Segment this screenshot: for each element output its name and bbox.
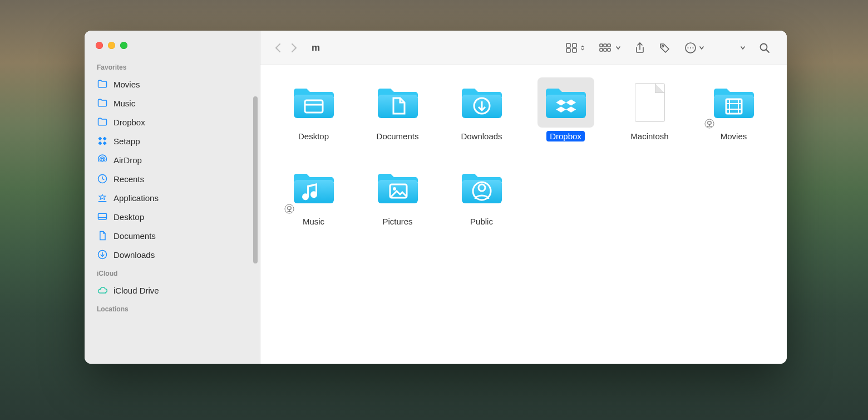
file-item-dropbox[interactable]: Dropbox xyxy=(524,79,608,141)
sidebar-item-label: AirDrop xyxy=(114,155,142,165)
file-item-label: Documents xyxy=(373,131,422,141)
file-item-downloads[interactable]: Downloads xyxy=(440,79,524,141)
svg-rect-16 xyxy=(600,48,603,51)
sidebar-section-title: Favorites xyxy=(85,58,260,75)
sidebar-item-dropbox[interactable]: Dropbox xyxy=(85,113,260,131)
svg-rect-13 xyxy=(600,44,603,47)
document-icon xyxy=(97,230,108,241)
sidebar-item-label: Music xyxy=(114,99,135,108)
view-mode-button[interactable] xyxy=(559,40,592,56)
svg-rect-15 xyxy=(608,44,610,47)
sidebar-item-label: Setapp xyxy=(114,136,140,146)
file-item-music[interactable]: Music xyxy=(272,164,356,227)
sidebar-item-label: iCloud Drive xyxy=(114,286,159,295)
folder-icon xyxy=(287,79,341,126)
svg-rect-2 xyxy=(98,141,102,145)
sidebar-item-downloads[interactable]: Downloads xyxy=(85,245,260,264)
folder-icon xyxy=(371,79,425,126)
sidebar-item-music[interactable]: Music xyxy=(85,94,260,113)
sidebar-item-label: Movies xyxy=(114,80,140,89)
file-item-pictures[interactable]: Pictures xyxy=(356,164,440,227)
desktop-icon xyxy=(97,211,108,222)
sidebar-section-title: Locations xyxy=(85,300,260,316)
sidebar-item-label: Desktop xyxy=(114,212,144,222)
svg-rect-0 xyxy=(98,136,102,140)
sidebar-item-desktop[interactable]: Desktop xyxy=(85,207,260,226)
group-by-button[interactable] xyxy=(592,41,628,55)
sidebar-item-label: Documents xyxy=(114,231,156,241)
sidebar: FavoritesMoviesMusicDropboxSetappAirDrop… xyxy=(85,31,260,364)
minimize-button[interactable] xyxy=(108,42,115,49)
file-item-label: Pictures xyxy=(379,216,416,227)
file-item-label: Movies xyxy=(717,131,751,141)
svg-rect-18 xyxy=(608,48,610,51)
tags-button[interactable] xyxy=(652,40,678,56)
sidebar-item-applications[interactable]: Applications xyxy=(85,188,260,207)
svg-point-47 xyxy=(393,187,396,191)
airdrop-icon xyxy=(97,154,108,165)
file-item-documents[interactable]: Documents xyxy=(356,79,440,141)
sidebar-item-label: Recents xyxy=(114,174,144,184)
svg-rect-10 xyxy=(573,43,576,47)
svg-point-43 xyxy=(285,204,294,213)
svg-rect-34 xyxy=(714,95,754,118)
folder-icon xyxy=(97,116,108,128)
sidebar-item-label: Downloads xyxy=(114,250,155,260)
apps-icon xyxy=(97,192,108,203)
svg-rect-9 xyxy=(566,43,570,47)
window-controls xyxy=(85,40,260,58)
actions-button[interactable] xyxy=(678,40,711,56)
svg-point-22 xyxy=(690,47,691,48)
sidebar-item-icloud-drive[interactable]: iCloud Drive xyxy=(85,281,260,300)
alias-badge-icon xyxy=(704,119,714,129)
svg-rect-11 xyxy=(566,48,570,52)
file-item-label: Dropbox xyxy=(546,131,585,141)
svg-point-19 xyxy=(662,45,664,47)
toolbar-overflow-button[interactable] xyxy=(733,43,752,53)
svg-rect-26 xyxy=(294,95,334,118)
folder-icon xyxy=(455,79,509,126)
sidebar-item-airdrop[interactable]: AirDrop xyxy=(85,150,260,169)
svg-rect-3 xyxy=(103,141,107,145)
sidebar-item-documents[interactable]: Documents xyxy=(85,226,260,245)
back-button[interactable] xyxy=(270,40,286,56)
file-item-label: Desktop xyxy=(295,131,332,141)
main-pane: m xyxy=(260,31,787,364)
alias-badge-icon xyxy=(284,204,294,214)
setapp-icon xyxy=(97,135,108,146)
folder-icon xyxy=(455,164,509,212)
folder-icon xyxy=(97,97,108,109)
svg-point-4 xyxy=(101,159,104,162)
file-item-label: Macintosh xyxy=(627,131,672,141)
file-item-public[interactable]: Public xyxy=(440,164,524,227)
forward-button[interactable] xyxy=(286,40,302,56)
svg-rect-1 xyxy=(103,136,107,140)
toolbar: m xyxy=(260,31,787,65)
sidebar-section-title: iCloud xyxy=(85,264,260,281)
close-button[interactable] xyxy=(96,42,103,49)
file-item-desktop[interactable]: Desktop xyxy=(272,79,356,141)
file-item-label: Music xyxy=(299,216,328,227)
svg-rect-6 xyxy=(98,213,107,219)
zoom-button[interactable] xyxy=(120,42,127,49)
file-item-macintosh[interactable]: Macintosh xyxy=(608,79,692,141)
folder-icon xyxy=(707,79,761,126)
folder-icon xyxy=(287,164,341,212)
svg-rect-17 xyxy=(604,48,606,51)
sidebar-item-movies[interactable]: Movies xyxy=(85,75,260,94)
sidebar-item-recents[interactable]: Recents xyxy=(85,169,260,188)
file-grid[interactable]: Desktop Documents Downloads DropboxMacin… xyxy=(260,65,787,364)
svg-rect-14 xyxy=(604,44,606,47)
file-item-movies[interactable]: Movies xyxy=(692,79,776,141)
sidebar-item-setapp[interactable]: Setapp xyxy=(85,131,260,150)
svg-rect-33 xyxy=(546,95,586,118)
finder-window: FavoritesMoviesMusicDropboxSetappAirDrop… xyxy=(85,31,787,364)
clock-icon xyxy=(97,173,108,184)
cloud-icon xyxy=(97,285,108,296)
search-button[interactable] xyxy=(752,40,777,56)
share-button[interactable] xyxy=(628,40,652,56)
file-item-label: Downloads xyxy=(457,131,505,141)
sidebar-scrollbar[interactable] xyxy=(253,96,258,263)
download-circle-icon xyxy=(97,249,108,260)
svg-point-23 xyxy=(693,47,694,48)
